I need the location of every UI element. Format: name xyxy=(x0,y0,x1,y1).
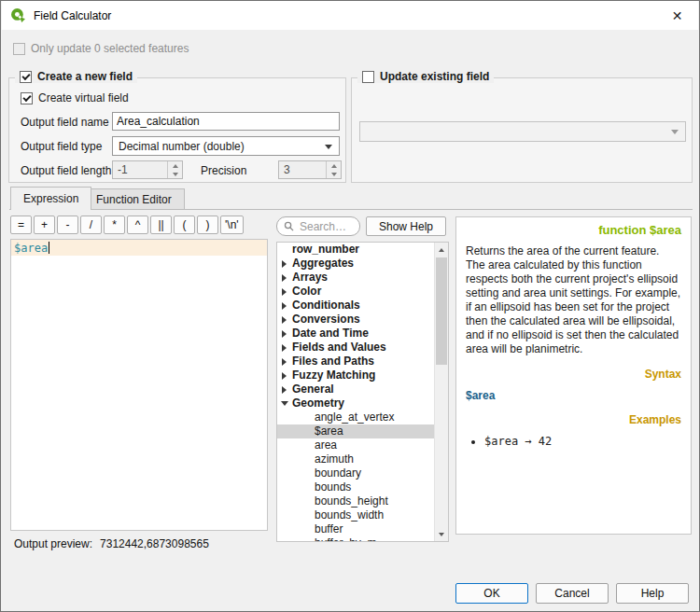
window-title: Field Calculator xyxy=(34,9,111,22)
tree-item-area-variable[interactable]: $area xyxy=(277,424,448,438)
output-field-name-input[interactable] xyxy=(112,112,340,131)
tree-group-fuzzy-matching[interactable]: Fuzzy Matching xyxy=(277,369,448,382)
tree-item-buffer[interactable]: buffer xyxy=(277,522,448,536)
tree-group-arrays[interactable]: Arrays xyxy=(277,271,448,285)
field-calculator-dialog: Field Calculator ✕ Only update 0 selecte… xyxy=(0,0,700,612)
tree-item-bounds-height[interactable]: bounds_height xyxy=(277,494,448,508)
help-heading: function $area xyxy=(466,223,681,237)
only-update-label: Only update 0 selected features xyxy=(31,42,189,55)
output-field-type-select[interactable]: Decimal number (double) xyxy=(112,136,340,156)
help-example-item: $area → 42 xyxy=(484,435,681,448)
search-icon xyxy=(284,221,294,231)
tree-item-row-number[interactable]: row_number xyxy=(277,243,448,257)
operator-plus-button[interactable]: + xyxy=(34,216,55,234)
operator-multiply-button[interactable]: * xyxy=(104,216,125,234)
create-virtual-field-label: Create virtual field xyxy=(38,91,129,104)
only-update-selected-checkbox[interactable]: Only update 0 selected features xyxy=(13,42,189,55)
operator-minus-button[interactable]: - xyxy=(57,216,78,234)
chevron-down-icon xyxy=(325,145,332,149)
spin-down-icon[interactable] xyxy=(327,170,341,178)
checkbox-icon xyxy=(13,43,25,55)
update-existing-field-header: Update existing field xyxy=(357,70,494,83)
tree-group-general[interactable]: General xyxy=(277,382,448,396)
output-field-length-label: Output field length xyxy=(21,164,111,177)
show-help-button[interactable]: Show Help xyxy=(366,216,446,236)
cancel-button[interactable]: Cancel xyxy=(536,583,609,604)
output-field-name-label: Output field name xyxy=(21,116,109,129)
function-help-panel: function $area Returns the area of the c… xyxy=(455,216,692,535)
collapsed-arrow-icon xyxy=(282,288,287,296)
existing-field-select[interactable] xyxy=(359,121,686,142)
function-search-box[interactable] xyxy=(276,216,360,236)
spin-down-icon[interactable] xyxy=(168,170,182,178)
text-cursor-icon xyxy=(49,242,49,254)
close-button[interactable]: ✕ xyxy=(656,1,698,30)
create-new-field-group: Create a new field Create virtual field … xyxy=(8,77,346,183)
tab-expression[interactable]: Expression xyxy=(10,187,91,210)
help-button[interactable]: Help xyxy=(616,583,689,604)
tree-group-date-and-time[interactable]: Date and Time xyxy=(277,327,448,341)
collapsed-arrow-icon xyxy=(282,274,287,282)
tree-item-boundary[interactable]: boundary xyxy=(277,466,448,480)
output-field-type-label: Output field type xyxy=(21,140,102,153)
operator-newline-button[interactable]: '\n' xyxy=(220,216,244,234)
scroll-up-icon[interactable] xyxy=(435,243,448,257)
tree-group-fields-and-values[interactable]: Fields and Values xyxy=(277,341,448,355)
precision-value: 3 xyxy=(284,163,290,176)
tree-item-azimuth[interactable]: azimuth xyxy=(277,452,448,466)
operator-divide-button[interactable]: / xyxy=(80,216,102,234)
tree-group-conversions[interactable]: Conversions xyxy=(277,313,448,327)
output-field-type-value: Decimal number (double) xyxy=(119,140,245,153)
tree-group-files-and-paths[interactable]: Files and Paths xyxy=(277,355,448,369)
help-examples-heading: Examples xyxy=(466,413,681,426)
operator-equals-button[interactable]: = xyxy=(10,216,32,234)
output-field-length-value: -1 xyxy=(118,163,128,176)
tab-function-editor[interactable]: Function Editor xyxy=(83,188,185,210)
collapsed-arrow-icon xyxy=(282,316,287,324)
tree-group-color[interactable]: Color xyxy=(277,285,448,299)
tree-item-buffer-by-m[interactable]: buffer_by_m xyxy=(277,536,448,542)
qgis-logo-icon xyxy=(10,7,26,23)
chevron-down-icon xyxy=(671,130,679,134)
scrollbar-thumb[interactable] xyxy=(436,257,447,365)
operator-toolbar: = + - / * ^ || ( ) '\n' xyxy=(10,216,244,234)
expanded-arrow-icon xyxy=(281,401,288,406)
collapsed-arrow-icon xyxy=(282,372,287,380)
update-existing-field-label: Update existing field xyxy=(380,70,489,83)
collapsed-arrow-icon xyxy=(282,386,287,394)
tree-item-angle-at-vertex[interactable]: angle_at_vertex xyxy=(277,410,448,424)
spin-up-icon[interactable] xyxy=(168,161,182,170)
tree-item-area[interactable]: area xyxy=(277,438,448,452)
tree-item-bounds[interactable]: bounds xyxy=(277,480,448,494)
collapsed-arrow-icon xyxy=(282,260,287,268)
operator-concat-button[interactable]: || xyxy=(150,216,172,234)
operator-close-paren-button[interactable]: ) xyxy=(197,216,218,234)
create-virtual-field-checkbox[interactable]: Create virtual field xyxy=(21,91,129,104)
expression-text: $area xyxy=(14,242,48,255)
tree-group-geometry[interactable]: Geometry xyxy=(277,396,448,410)
precision-stepper[interactable]: 3 xyxy=(278,160,342,179)
tree-scrollbar[interactable] xyxy=(434,243,448,541)
update-existing-field-checkbox[interactable] xyxy=(362,71,374,83)
operator-power-button[interactable]: ^ xyxy=(127,216,148,234)
spinner-buttons[interactable] xyxy=(167,161,182,178)
help-syntax-heading: Syntax xyxy=(466,368,681,381)
output-preview-value: 7312442,6873098565 xyxy=(100,537,209,550)
scroll-down-icon[interactable] xyxy=(435,527,448,541)
title-bar: Field Calculator ✕ xyxy=(2,1,698,30)
collapsed-arrow-icon xyxy=(282,344,287,352)
output-field-length-stepper[interactable]: -1 xyxy=(112,160,183,179)
search-input[interactable] xyxy=(298,219,353,234)
collapsed-arrow-icon xyxy=(282,302,287,310)
spin-up-icon[interactable] xyxy=(327,161,341,170)
ok-button[interactable]: OK xyxy=(455,583,528,604)
tree-item-bounds-width[interactable]: bounds_width xyxy=(277,508,448,522)
operator-open-paren-button[interactable]: ( xyxy=(174,216,195,234)
collapsed-arrow-icon xyxy=(282,330,287,338)
tree-group-conditionals[interactable]: Conditionals xyxy=(277,299,448,313)
create-new-field-checkbox[interactable] xyxy=(20,71,32,83)
expression-editor[interactable]: $area xyxy=(10,239,268,531)
tree-group-aggregates[interactable]: Aggregates xyxy=(277,257,448,271)
spinner-buttons[interactable] xyxy=(326,161,341,178)
checkbox-icon xyxy=(21,92,33,104)
